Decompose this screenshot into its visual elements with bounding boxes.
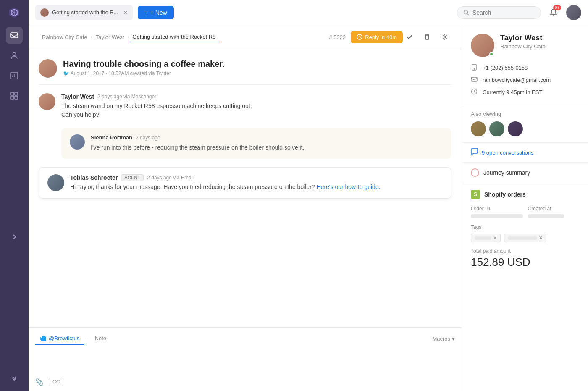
sienna-content: Sienna Portman 2 days ago I've run into … bbox=[91, 134, 443, 152]
contact-email-row: rainbowcitycafe@gmail.com bbox=[471, 76, 580, 84]
message-header: Having trouble choosing a coffee maker. … bbox=[39, 59, 452, 85]
taylor-message-content: Taylor West 2 days ago via Messenger The… bbox=[61, 93, 452, 119]
taylor-author: Taylor West bbox=[61, 93, 94, 100]
journey-icon bbox=[471, 168, 479, 177]
sienna-avatar bbox=[70, 134, 85, 150]
total-paid-section: Total paid amount 152.89 USD bbox=[471, 248, 580, 269]
email-icon bbox=[471, 76, 478, 84]
search-input[interactable] bbox=[472, 9, 531, 16]
breadcrumb: Rainbow City Cafe › Taylor West › Gettin… bbox=[29, 25, 462, 49]
svg-rect-8 bbox=[11, 96, 14, 99]
attachment-button[interactable]: 📎 bbox=[35, 378, 44, 386]
active-tab[interactable]: Getting started with the R... ✕ bbox=[35, 5, 133, 20]
tags-label: Tags bbox=[471, 224, 580, 230]
check-button[interactable] bbox=[403, 30, 416, 44]
svg-rect-6 bbox=[11, 92, 14, 95]
viewer-avatar-1 bbox=[471, 121, 486, 136]
reply-tab-note[interactable]: Note bbox=[90, 333, 111, 345]
tag-1-placeholder bbox=[475, 236, 491, 240]
tag-chip-1: ✕ bbox=[471, 234, 501, 242]
tobias-avatar bbox=[47, 174, 64, 191]
tobias-author: Tobias Schroeter bbox=[70, 174, 118, 181]
created-meta-text: August 1, 2017 · 10:52AM created via Twi… bbox=[71, 71, 171, 76]
reply-button-label: Reply in 40m bbox=[365, 34, 397, 40]
main-content: Getting started with the R... ✕ + + New bbox=[29, 0, 588, 391]
twitter-tab-icon bbox=[40, 336, 46, 341]
breadcrumb-company[interactable]: Rainbow City Cafe bbox=[39, 32, 91, 42]
contact-info-header: Taylor West Rainbow City Cafe bbox=[500, 34, 546, 50]
svg-rect-7 bbox=[15, 92, 18, 95]
new-button-label: + New bbox=[150, 9, 167, 16]
ticket-id: # 5322 bbox=[329, 34, 346, 40]
tag-1-remove[interactable]: ✕ bbox=[493, 235, 497, 241]
reply-tab1-label: @Brewfictus bbox=[49, 335, 79, 341]
breadcrumb-contact[interactable]: Taylor West bbox=[92, 32, 128, 42]
delete-button[interactable] bbox=[420, 30, 434, 44]
reply-editor[interactable] bbox=[35, 349, 455, 374]
header-avatar bbox=[39, 59, 57, 78]
tag-chip-2: ✕ bbox=[504, 234, 546, 242]
sidebar bbox=[0, 0, 29, 391]
conversation-meta: 🐦 August 1, 2017 · 10:52AM created via T… bbox=[63, 71, 225, 76]
svg-point-15 bbox=[474, 69, 475, 70]
reply-box: @Brewfictus · Note Macros ▾ bbox=[29, 327, 462, 391]
taylor-avatar bbox=[39, 93, 55, 110]
reply-button[interactable]: Reply in 40m bbox=[351, 31, 403, 43]
sidebar-item-inbox[interactable] bbox=[6, 27, 23, 44]
messages-area: Having trouble choosing a coffee maker. … bbox=[29, 49, 462, 327]
shopify-grid: Order ID Created at bbox=[471, 206, 580, 218]
tag-2-placeholder bbox=[508, 236, 537, 240]
reply-tab-twitter[interactable]: @Brewfictus bbox=[35, 333, 84, 345]
twitter-icon: 🐦 bbox=[63, 71, 71, 76]
clock-icon bbox=[471, 88, 478, 96]
phone-icon bbox=[471, 64, 478, 72]
svg-point-10 bbox=[464, 10, 468, 14]
total-paid-amount: 152.89 USD bbox=[471, 256, 580, 269]
viewing-avatars bbox=[471, 121, 580, 136]
shopify-section: S Shopify orders Order ID Created at bbox=[462, 183, 588, 276]
chat-icon bbox=[471, 148, 478, 157]
taylor-text1: The steam wand on my Rocket R58 espresso… bbox=[61, 102, 452, 110]
reply-tabs: @Brewfictus · Note Macros ▾ bbox=[35, 333, 455, 345]
sidebar-item-reports[interactable] bbox=[6, 67, 23, 84]
gear-icon bbox=[441, 34, 448, 40]
settings-button[interactable] bbox=[438, 30, 452, 44]
taylor-author-line: Taylor West 2 days ago via Messenger bbox=[61, 93, 452, 100]
tags-section: Tags ✕ ✕ bbox=[471, 224, 580, 242]
svg-rect-16 bbox=[471, 77, 477, 81]
sidebar-expand-arrow[interactable] bbox=[6, 228, 23, 245]
contact-email: rainbowcitycafe@gmail.com bbox=[483, 77, 551, 83]
svg-point-1 bbox=[13, 53, 16, 56]
journey-summary-section[interactable]: Journey summary bbox=[462, 163, 588, 183]
online-indicator bbox=[489, 52, 494, 56]
notifications-button[interactable]: 9+ bbox=[546, 5, 561, 20]
contact-company[interactable]: Rainbow City Cafe bbox=[500, 43, 546, 50]
sidebar-item-analytics[interactable] bbox=[6, 87, 23, 104]
also-viewing-title: Also viewing bbox=[471, 111, 580, 117]
open-conversations-section[interactable]: 9 open conversations bbox=[462, 143, 588, 163]
tobias-badge: AGENT bbox=[121, 174, 144, 181]
user-avatar[interactable] bbox=[566, 5, 581, 20]
contact-name[interactable]: Taylor West bbox=[500, 34, 546, 42]
sienna-text: I've run into this before - reducing the… bbox=[91, 143, 443, 152]
contact-card: Taylor West Rainbow City Cafe bbox=[462, 25, 588, 105]
tobias-time: 2 days ago via Email bbox=[147, 175, 194, 181]
journey-title: Journey summary bbox=[483, 169, 530, 176]
viewer-avatar-2 bbox=[489, 121, 504, 136]
contact-phone: +1 (202) 555-0158 bbox=[483, 65, 528, 71]
how-to-guide-link[interactable]: Here's our how-to guide. bbox=[317, 184, 381, 190]
viewer-avatar-3 bbox=[508, 121, 523, 136]
conversation-title: Having trouble choosing a coffee maker. bbox=[63, 59, 225, 69]
sidebar-item-contacts[interactable] bbox=[6, 47, 23, 64]
breadcrumb-current: Getting started with the Rocket R8 bbox=[129, 32, 219, 42]
content-area: Rainbow City Cafe › Taylor West › Gettin… bbox=[29, 25, 588, 391]
new-button[interactable]: + + New bbox=[138, 6, 174, 19]
reply-tab2-label: Note bbox=[95, 335, 106, 341]
app-logo[interactable] bbox=[7, 5, 22, 20]
tag-2-remove[interactable]: ✕ bbox=[539, 235, 543, 241]
search-box[interactable] bbox=[457, 6, 541, 19]
sidebar-collapse-arrow[interactable] bbox=[6, 369, 23, 386]
cc-button[interactable]: CC bbox=[49, 378, 63, 386]
macros-button[interactable]: Macros ▾ bbox=[432, 336, 455, 342]
tab-close-button[interactable]: ✕ bbox=[123, 10, 128, 16]
